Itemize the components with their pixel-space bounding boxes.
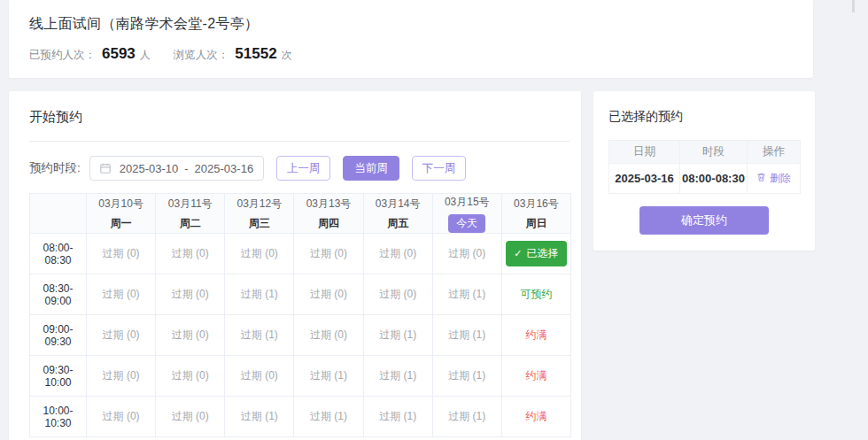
slot-cell: 过期 (0) (156, 234, 225, 274)
slot-cell: 过期 (1) (432, 315, 501, 356)
date-range-input[interactable]: 2025-03-10 - 2025-03-16 (89, 156, 264, 181)
action-column-header: 操作 (748, 141, 801, 164)
slot-cell: 过期 (1) (225, 315, 294, 356)
slot-cell: 过期 (1) (363, 397, 432, 437)
table-row: 09:00-09:30 过期 (0) 过期 (0) 过期 (1) 过期 (0) … (30, 315, 571, 356)
date-end: 2025-03-16 (195, 162, 254, 175)
slot-cell: 过期 (0) (156, 315, 225, 356)
selected-slot-button[interactable]: ✓ 已选择 (506, 241, 566, 266)
date-separator: - (184, 162, 188, 175)
day-header-thu: 03月13号 周四 (294, 194, 363, 234)
slot-cell: 过期 (0) (225, 234, 294, 274)
today-badge: 今天 (448, 214, 485, 233)
slot-cell: 过期 (1) (432, 397, 501, 437)
slot-cell: 过期 (1) (363, 315, 432, 356)
time-column-header: 时段 (680, 141, 748, 164)
slot-cell: 过期 (0) (432, 234, 501, 274)
slot-cell: 过期 (0) (87, 274, 156, 315)
slot-cell: 过期 (0) (156, 274, 225, 315)
delete-label: 删除 (770, 171, 791, 186)
slot-cell: 过期 (0) (294, 315, 363, 356)
selected-reservations-table: 日期 时段 操作 2025-03-16 08:00-08:30 删除 (608, 140, 801, 194)
slot-cell: 过期 (0) (87, 234, 156, 274)
slot-cell: 过期 (0) (294, 234, 363, 274)
day-header-sun: 03月16号 周日 (501, 194, 570, 234)
view-count-unit: 次 (282, 48, 292, 63)
date-start: 2025-03-10 (120, 162, 179, 175)
selected-reservations-card: 已选择的预约 日期 时段 操作 2025-03-16 08:00-08:30 (593, 91, 815, 251)
view-count-label: 浏览人次： (174, 48, 229, 63)
slot-cell: 过期 (0) (87, 397, 156, 437)
delete-link[interactable]: 删除 (756, 171, 791, 186)
trash-icon (756, 172, 766, 185)
time-column-header (30, 194, 87, 234)
filter-row: 预约时段: 2025-03-10 - 2025-03-16 上一周 当前周 下一… (29, 156, 581, 181)
slot-cell: ✓ 已选择 (501, 234, 570, 274)
divider (29, 141, 570, 142)
time-slot-label: 08:30-09:00 (30, 274, 87, 315)
slot-cell: 过期 (0) (294, 274, 363, 315)
table-row: 2025-03-16 08:00-08:30 删除 (609, 164, 801, 194)
day-header-tue: 03月11号 周二 (156, 194, 225, 234)
selected-action-cell: 删除 (748, 164, 801, 194)
day-header-wed: 03月12号 周三 (225, 194, 294, 234)
date-column-header: 日期 (609, 141, 680, 164)
period-label: 预约时段: (29, 160, 81, 176)
slot-cell: 过期 (1) (294, 397, 363, 437)
slot-cell: 过期 (1) (294, 356, 363, 397)
reserved-count-label: 已预约人次： (29, 48, 96, 63)
full-slot-cell: 约满 (501, 315, 570, 356)
table-row: 08:30-09:00 过期 (0) 过期 (0) 过期 (1) 过期 (0) … (30, 274, 571, 315)
booking-card: 开始预约 预约时段: 2025-03-10 - 2025-03-16 上一周 当… (9, 91, 581, 440)
week-slot-table: 03月10号 周一 03月11号 周二 03月12号 周三 03月13号 周四 … (29, 193, 571, 437)
table-row: 09:30-10:00 过期 (0) 过期 (0) 过期 (0) 过期 (1) … (30, 356, 571, 397)
selected-time-cell: 08:00-08:30 (680, 164, 748, 194)
full-slot-cell: 约满 (501, 356, 570, 397)
scrollbar[interactable] (852, 0, 855, 12)
day-header-fri: 03月14号 周五 (363, 194, 432, 234)
confirm-reservation-button[interactable]: 确定预约 (639, 206, 769, 235)
page-title: 线上面试间（南路学术会堂-2号亭） (29, 15, 813, 34)
time-slot-label: 08:00-08:30 (30, 234, 87, 274)
full-slot-cell: 约满 (501, 397, 570, 437)
reserved-count-value: 6593 (102, 45, 136, 63)
slot-cell: 过期 (0) (87, 356, 156, 397)
time-slot-label: 10:00-10:30 (30, 397, 87, 437)
slot-cell: 过期 (0) (156, 356, 225, 397)
selected-panel-title: 已选择的预约 (608, 109, 815, 125)
slot-cell: 过期 (0) (363, 274, 432, 315)
next-week-button[interactable]: 下一周 (412, 156, 467, 181)
selected-date-cell: 2025-03-16 (609, 164, 680, 194)
slot-cell: 过期 (1) (432, 356, 501, 397)
check-icon: ✓ (514, 248, 522, 259)
slot-cell: 过期 (0) (363, 234, 432, 274)
day-header-today: 03月15号 今天 (432, 194, 501, 234)
selected-header-row: 日期 时段 操作 (609, 141, 801, 164)
time-slot-label: 09:30-10:00 (30, 356, 87, 397)
current-week-button[interactable]: 当前周 (343, 156, 399, 181)
slot-cell: 过期 (1) (432, 274, 501, 315)
reserved-count-unit: 人 (140, 48, 151, 63)
slot-cell: 过期 (1) (225, 274, 294, 315)
slot-cell: 过期 (0) (87, 315, 156, 356)
time-slot-label: 09:00-09:30 (30, 315, 87, 356)
stats-row: 已预约人次： 6593 人 浏览人次： 51552 次 (29, 45, 813, 63)
day-header-mon: 03月10号 周一 (87, 194, 156, 234)
view-count-stat: 浏览人次： 51552 次 (174, 45, 292, 63)
week-header-row: 03月10号 周一 03月11号 周二 03月12号 周三 03月13号 周四 … (30, 194, 571, 234)
table-row: 10:00-10:30 过期 (0) 过期 (0) 过期 (1) 过期 (1) … (30, 397, 571, 437)
slot-cell: 过期 (0) (225, 356, 294, 397)
slot-cell: 过期 (1) (363, 356, 432, 397)
slot-cell: 过期 (0) (156, 397, 225, 437)
table-row: 08:00-08:30 过期 (0) 过期 (0) 过期 (0) 过期 (0) … (30, 234, 571, 274)
available-slot-cell[interactable]: 可预约 (501, 274, 570, 315)
calendar-icon (99, 162, 112, 174)
view-count-value: 51552 (235, 45, 276, 63)
room-header-card: 线上面试间（南路学术会堂-2号亭） 已预约人次： 6593 人 浏览人次： 51… (9, 0, 813, 78)
slot-cell: 过期 (1) (225, 397, 294, 437)
booking-section-title: 开始预约 (29, 109, 581, 126)
reserved-count-stat: 已预约人次： 6593 人 (29, 45, 151, 63)
prev-week-button[interactable]: 上一周 (276, 156, 331, 181)
selected-slot-label: 已选择 (527, 246, 559, 261)
